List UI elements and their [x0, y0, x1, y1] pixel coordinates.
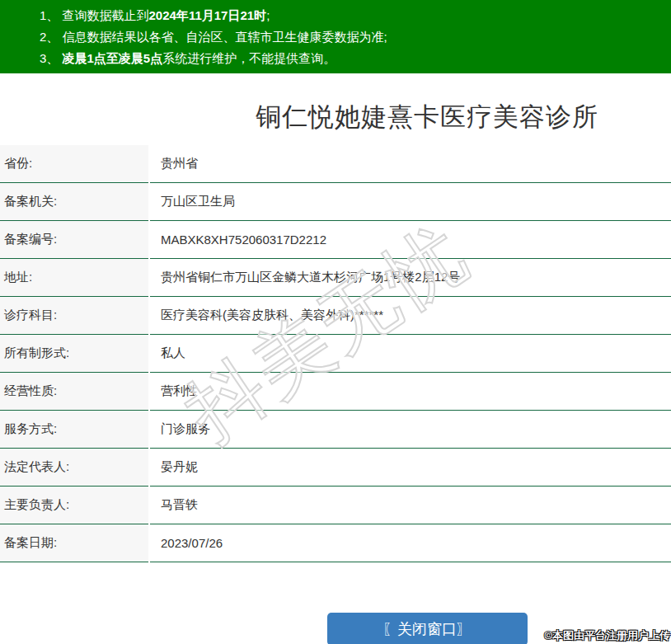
page-title: 铜仁悦她婕熹卡医疗美容诊所 — [0, 73, 671, 129]
row-label: 备案编号: — [0, 221, 148, 259]
row-label: 备案日期: — [0, 524, 148, 562]
table-row: 所有制形式: 私人 — [0, 335, 671, 373]
row-label: 法定代表人: — [0, 449, 148, 487]
table-row: 备案编号: MABXK8XH752060317D2212 — [0, 221, 671, 259]
table-row: 备案日期: 2023/07/26 — [0, 524, 671, 562]
row-label: 诊疗科目: — [0, 297, 148, 335]
row-value: 贵州省铜仁市万山区金鳞大道木杉河广场1号楼2层12号 — [150, 259, 671, 297]
table-row: 诊疗科目: 医疗美容科(美容皮肤科、美容外科)****** — [0, 297, 671, 335]
row-label: 地址: — [0, 259, 148, 297]
table-row: 省份: 贵州省 — [0, 145, 671, 183]
row-label: 经营性质: — [0, 373, 148, 411]
table-row: 经营性质: 营利性 — [0, 373, 671, 411]
row-value: 医疗美容科(美容皮肤科、美容外科)****** — [150, 297, 671, 335]
row-value: 2023/07/26 — [150, 524, 671, 562]
table-row: 备案机关: 万山区卫生局 — [0, 183, 671, 221]
table-row: 主要负责人: 马晋轶 — [0, 487, 671, 524]
row-value: 私人 — [150, 335, 671, 373]
row-label: 所有制形式: — [0, 335, 148, 373]
row-label: 备案机关: — [0, 183, 148, 221]
table-row: 服务方式: 门诊服务 — [0, 411, 671, 449]
notice-bar: 1、 查询数据截止到2024年11月17日21时; 2、 信息数据结果以各省、自… — [0, 0, 671, 73]
row-value: 门诊服务 — [150, 411, 671, 449]
copyright-note: ©本图由平台注册用户上传 — [544, 628, 670, 643]
row-value: 晏丹妮 — [150, 449, 671, 487]
row-value: MABXK8XH752060317D2212 — [150, 221, 671, 259]
main-content: 铜仁悦她婕熹卡医疗美容诊所 省份: 贵州省 备案机关: 万山区卫生局 备案编号:… — [0, 73, 671, 644]
table-row: 法定代表人: 晏丹妮 — [0, 449, 671, 487]
notice-line-3: 3、 凌晨1点至凌晨5点系统进行维护，不能提供查询。 — [40, 48, 671, 69]
row-value: 营利性 — [150, 373, 671, 411]
row-label: 主要负责人: — [0, 487, 148, 524]
record-table: 省份: 贵州省 备案机关: 万山区卫生局 备案编号: MABXK8XH75206… — [0, 145, 671, 562]
row-value: 万山区卫生局 — [150, 183, 671, 221]
notice-line-2: 2、 信息数据结果以各省、自治区、直辖市卫生健康委数据为准; — [40, 26, 671, 48]
row-label: 省份: — [0, 145, 148, 183]
row-label: 服务方式: — [0, 411, 148, 449]
notice-line-1: 1、 查询数据截止到2024年11月17日21时; — [40, 5, 671, 26]
row-value: 马晋轶 — [150, 487, 671, 524]
row-value: 贵州省 — [150, 145, 671, 183]
table-row: 地址: 贵州省铜仁市万山区金鳞大道木杉河广场1号楼2层12号 — [0, 259, 671, 297]
close-window-button[interactable]: 〖关闭窗口〗 — [327, 613, 528, 644]
